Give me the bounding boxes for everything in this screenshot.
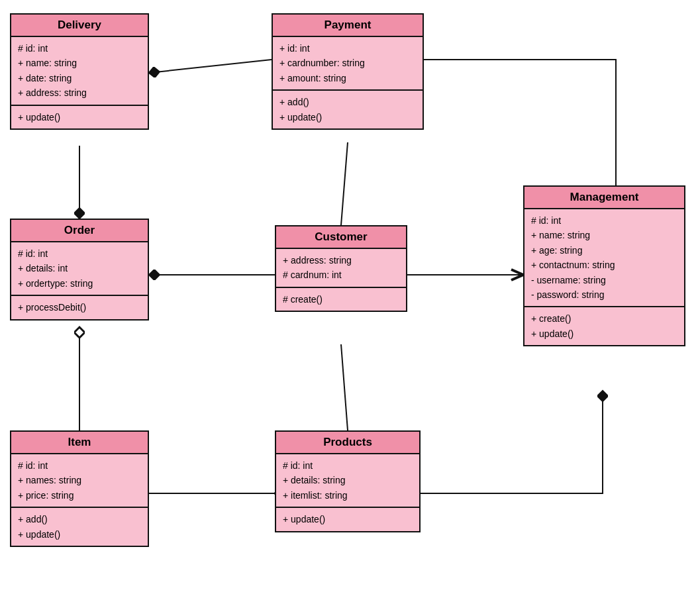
customer-class: Customer + address: string # cardnum: in…: [275, 225, 407, 312]
payment-method-2: + update(): [279, 110, 416, 124]
item-methods: + add() + update(): [11, 508, 148, 546]
item-attributes: # id: int + names: string + price: strin…: [11, 454, 148, 508]
payment-attributes: + id: int + cardnumber: string + amount:…: [273, 37, 423, 91]
delivery-attr-1: # id: int: [18, 41, 141, 56]
customer-attr-2: # cardnum: int: [283, 268, 399, 282]
products-attr-1: # id: int: [283, 458, 413, 473]
payment-attr-2: + cardnumber: string: [279, 56, 416, 70]
products-attr-2: + details: string: [283, 473, 413, 487]
management-attr-5: - username: string: [531, 273, 677, 287]
management-class: Management # id: int + name: string + ag…: [523, 185, 685, 346]
item-attr-2: + names: string: [18, 473, 141, 487]
products-attr-3: + itemlist: string: [283, 488, 413, 503]
customer-attributes: + address: string # cardnum: int: [276, 249, 406, 288]
management-attr-2: + name: string: [531, 228, 677, 242]
item-class: Item # id: int + names: string + price: …: [10, 430, 149, 547]
products-method-1: + update(): [283, 512, 413, 526]
delivery-attr-2: + name: string: [18, 56, 141, 70]
order-attr-3: + ordertype: string: [18, 276, 141, 291]
item-method-2: + update(): [18, 527, 141, 542]
delivery-payment-line: [149, 60, 272, 73]
payment-class: Payment + id: int + cardnumber: string +…: [272, 13, 424, 130]
order-class: Order # id: int + details: int + orderty…: [10, 219, 149, 321]
management-attr-4: + contactnum: string: [531, 258, 677, 272]
products-attributes: # id: int + details: string + itemlist: …: [276, 454, 419, 508]
order-attr-2: + details: int: [18, 261, 141, 275]
delivery-attr-3: + date: string: [18, 71, 141, 85]
delivery-attr-4: + address: string: [18, 85, 141, 100]
order-attr-1: # id: int: [18, 246, 141, 261]
payment-title: Payment: [273, 15, 423, 37]
products-methods: + update(): [276, 508, 419, 530]
delivery-class: Delivery # id: int + name: string + date…: [10, 13, 149, 130]
payment-management-line: [424, 60, 616, 185]
management-methods: + create() + update(): [525, 307, 684, 345]
delivery-methods: + update(): [11, 106, 148, 128]
payment-attr-1: + id: int: [279, 41, 416, 56]
management-attr-6: - password: string: [531, 287, 677, 302]
customer-methods: # create(): [276, 288, 406, 311]
customer-products-line: [341, 344, 348, 430]
payment-methods: + add() + update(): [273, 91, 423, 128]
management-method-1: + create(): [531, 311, 677, 326]
customer-attr-1: + address: string: [283, 253, 399, 268]
products-title: Products: [276, 432, 419, 454]
order-attributes: # id: int + details: int + ordertype: st…: [11, 242, 148, 296]
delivery-attributes: # id: int + name: string + date: string …: [11, 37, 148, 106]
products-class: Products # id: int + details: string + i…: [275, 430, 421, 532]
payment-attr-3: + amount: string: [279, 71, 416, 85]
order-title: Order: [11, 220, 148, 242]
item-method-1: + add(): [18, 512, 141, 526]
customer-title: Customer: [276, 226, 406, 249]
management-attr-3: + age: string: [531, 243, 677, 258]
customer-method-1: # create(): [283, 292, 399, 307]
delivery-title: Delivery: [11, 15, 148, 37]
order-method-1: + processDebit(): [18, 300, 141, 315]
payment-method-1: + add(): [279, 95, 416, 109]
uml-diagram: Delivery # id: int + name: string + date…: [0, 0, 700, 596]
management-attr-1: # id: int: [531, 213, 677, 228]
management-method-2: + update(): [531, 326, 677, 341]
item-attr-3: + price: string: [18, 488, 141, 503]
management-attributes: # id: int + name: string + age: string +…: [525, 209, 684, 307]
products-management-line: [421, 391, 603, 493]
order-methods: + processDebit(): [11, 296, 148, 319]
delivery-method-1: + update(): [18, 110, 141, 124]
item-attr-1: # id: int: [18, 458, 141, 473]
payment-customer-line: [341, 142, 348, 225]
management-title: Management: [525, 187, 684, 209]
item-title: Item: [11, 432, 148, 454]
